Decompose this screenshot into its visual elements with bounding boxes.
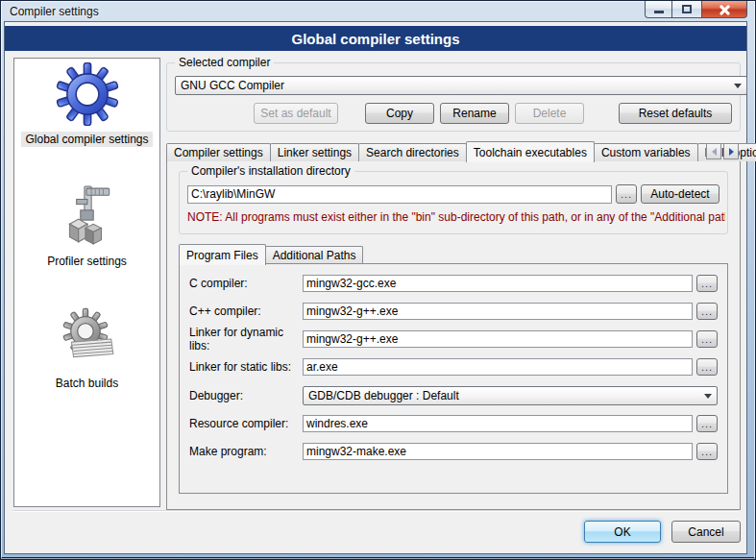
minimize-button[interactable] <box>645 1 672 18</box>
row-label: Make program: <box>189 445 303 458</box>
compiler-select-value: GNU GCC Compiler <box>181 79 284 92</box>
toolchain-row-c-compiler: C compiler: ... <box>189 274 718 293</box>
installation-note: NOTE: All programs must exist either in … <box>187 210 725 224</box>
installation-directory-row: ... Auto-detect <box>187 184 719 204</box>
close-button[interactable] <box>702 1 747 18</box>
c-compiler-browse-button[interactable]: ... <box>696 275 718 292</box>
compiler-buttons-row: Set as default Copy Rename Delete Reset … <box>175 103 732 124</box>
dynamic-linker-browse-button[interactable]: ... <box>696 330 718 348</box>
main-panel: Selected compiler GNU GCC Compiler Set a… <box>166 58 743 515</box>
footer-divider <box>12 510 739 512</box>
row-label: C compiler: <box>189 277 303 290</box>
resource-compiler-input[interactable] <box>303 415 693 432</box>
installation-directory-input[interactable] <box>187 185 612 204</box>
tab-additional-paths[interactable]: Additional Paths <box>265 246 364 264</box>
compiler-select[interactable]: GNU GCC Compiler <box>175 76 747 95</box>
installation-directory-browse-button[interactable]: ... <box>616 184 637 204</box>
installation-directory-legend: Compiler's installation directory <box>187 164 354 178</box>
tab-scroll-right-button[interactable] <box>723 143 739 159</box>
tab-linker-settings[interactable]: Linker settings <box>270 143 359 161</box>
row-label: Linker for static libs: <box>189 360 303 374</box>
toolchain-row-debugger: Debugger: GDB/CDB debugger : Default <box>189 386 718 405</box>
page-title: Global compiler settings <box>291 31 459 47</box>
delete-button[interactable]: Delete <box>515 103 584 124</box>
c-compiler-input[interactable] <box>303 275 693 292</box>
toolchain-row-dynamic-linker: Linker for dynamic libs: ... <box>189 329 718 349</box>
toolchain-row-resource-compiler: Resource compiler: ... <box>189 414 718 433</box>
ok-button[interactable]: OK <box>584 521 661 543</box>
page-header: Global compiler settings <box>5 26 746 51</box>
compiler-settings-dialog: Compiler settings Global compiler settin… <box>0 0 756 560</box>
static-linker-browse-button[interactable]: ... <box>696 358 718 376</box>
title-bar[interactable]: Compiler settings <box>1 1 755 21</box>
program-files-tabstrip: Program Files Additional Paths <box>179 244 362 264</box>
tab-program-files[interactable]: Program Files <box>179 244 266 265</box>
tab-scroll-left-button[interactable] <box>706 143 721 159</box>
set-as-default-button[interactable]: Set as default <box>254 103 338 124</box>
caliper-icon <box>56 184 119 248</box>
sidebar-item-batch-builds[interactable]: Batch builds <box>14 303 159 425</box>
program-files-panel: C compiler: ... C++ compiler: ... Linker… <box>179 263 728 494</box>
maximize-icon <box>682 5 692 13</box>
caption-buttons <box>645 1 747 18</box>
reset-defaults-button[interactable]: Reset defaults <box>619 103 732 124</box>
tab-toolchain-executables[interactable]: Toolchain executables <box>466 141 595 162</box>
debugger-select-value: GDB/CDB debugger : Default <box>308 389 459 402</box>
sidebar-item-label: Batch builds <box>52 376 122 391</box>
sidebar-item-profiler-settings[interactable]: Profiler settings <box>14 181 159 303</box>
blue-gear-icon <box>56 62 119 126</box>
cpp-compiler-browse-button[interactable]: ... <box>696 303 718 320</box>
sidebar-item-global-compiler-settings[interactable]: Global compiler settings <box>14 59 159 181</box>
debugger-select[interactable]: GDB/CDB debugger : Default <box>303 386 718 405</box>
row-label: Linker for dynamic libs: <box>189 326 303 353</box>
static-linker-input[interactable] <box>303 358 693 376</box>
footer-buttons: OK Cancel <box>584 521 741 543</box>
cancel-button[interactable]: Cancel <box>671 521 741 543</box>
settings-tabstrip: Compiler settings Linker settings Search… <box>166 141 704 161</box>
row-label: Debugger: <box>189 389 303 402</box>
chevron-down-icon <box>699 388 716 403</box>
maximize-button[interactable] <box>672 1 702 18</box>
sidebar-item-label: Profiler settings <box>43 254 131 269</box>
copy-button[interactable]: Copy <box>365 103 434 124</box>
cpp-compiler-input[interactable] <box>303 303 693 320</box>
toolchain-executables-panel: Compiler's installation directory ... Au… <box>166 160 741 510</box>
sidebar-item-label: Global compiler settings <box>21 132 152 147</box>
close-icon <box>719 4 730 15</box>
settings-category-list: Global compiler settings <box>13 58 160 507</box>
make-program-input[interactable] <box>303 443 693 460</box>
minimize-icon <box>654 11 664 13</box>
selected-compiler-group: Selected compiler GNU GCC Compiler Set a… <box>166 62 741 132</box>
arrow-left-icon <box>712 148 717 156</box>
resource-compiler-browse-button[interactable]: ... <box>696 415 718 432</box>
selected-compiler-legend: Selected compiler <box>175 56 274 69</box>
tab-scroll-buttons <box>704 143 739 159</box>
auto-detect-button[interactable]: Auto-detect <box>641 184 719 204</box>
chevron-down-icon <box>729 78 745 93</box>
tab-search-directories[interactable]: Search directories <box>358 143 467 161</box>
gear-stack-icon <box>56 306 119 370</box>
make-program-browse-button[interactable]: ... <box>696 443 718 460</box>
row-label: Resource compiler: <box>189 417 303 430</box>
toolchain-row-cpp-compiler: C++ compiler: ... <box>189 302 718 321</box>
row-label: C++ compiler: <box>189 304 303 318</box>
toolchain-row-make-program: Make program: ... <box>189 442 718 461</box>
arrow-right-icon <box>729 148 734 156</box>
rename-button[interactable]: Rename <box>440 103 509 124</box>
toolchain-row-static-linker: Linker for static libs: ... <box>189 357 718 377</box>
tab-custom-variables[interactable]: Custom variables <box>594 143 698 161</box>
window-title: Compiler settings <box>10 5 99 18</box>
tab-compiler-settings[interactable]: Compiler settings <box>166 143 271 161</box>
dynamic-linker-input[interactable] <box>303 330 693 348</box>
dialog-client-area: Global compiler settings <box>4 21 747 554</box>
installation-directory-group: Compiler's installation directory ... Au… <box>179 171 728 234</box>
